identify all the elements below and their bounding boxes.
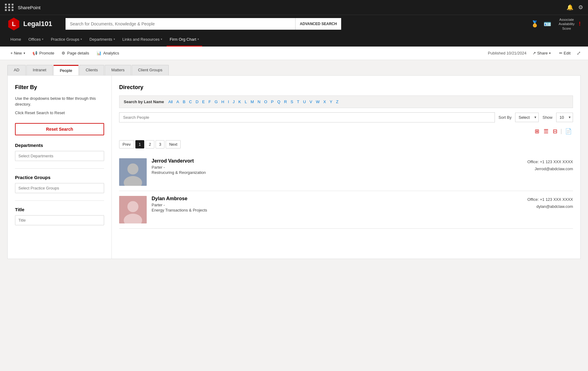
card-icon-button[interactable]: 🪪 <box>544 20 551 28</box>
nav-item-links[interactable]: Links and Resources ▾ <box>119 33 165 47</box>
promote-icon: 📢 <box>32 51 37 55</box>
main-search-input[interactable] <box>66 18 295 30</box>
title-input[interactable] <box>15 215 104 225</box>
alpha-link-g[interactable]: G <box>213 99 219 105</box>
page-2-button[interactable]: 2 <box>145 140 154 148</box>
alpha-link-m[interactable]: M <box>249 99 255 105</box>
advanced-search-button[interactable]: ADVANCED SEARCH <box>295 18 341 30</box>
alpha-link-d[interactable]: D <box>194 99 200 105</box>
page-details-button[interactable]: ⚙ Page details <box>58 49 92 57</box>
alpha-link-b[interactable]: B <box>182 99 187 105</box>
alpha-link-all[interactable]: All <box>167 99 174 105</box>
page-3-button[interactable]: 3 <box>156 140 164 148</box>
people-search-input[interactable] <box>119 112 495 122</box>
reset-search-button[interactable]: Reset Search <box>15 123 104 135</box>
associate-score-label: Associate Availability Score <box>556 17 577 31</box>
alpha-bar-label: Search by Last Name <box>124 99 164 104</box>
sort-by-select[interactable]: Select <box>515 113 539 122</box>
alpha-link-r[interactable]: R <box>283 99 288 105</box>
brand-name: Legal101 <box>23 20 52 28</box>
search-filter-row: Sort By Select Show 10 25 50 <box>119 112 573 122</box>
next-page-button[interactable]: Next <box>166 140 181 148</box>
published-date: Published 10/21/2024 <box>488 51 526 55</box>
analytics-button[interactable]: 📊 Analytics <box>93 49 122 57</box>
page-1-button[interactable]: 1 <box>135 140 144 148</box>
nav-item-practice-groups[interactable]: Practice Groups ▾ <box>48 33 85 47</box>
nav-item-offices[interactable]: Offices ▾ <box>25 33 47 47</box>
nav-item-departments[interactable]: Departments ▾ <box>86 33 118 47</box>
filter-sidebar: Filter By Use the dropdowns below to fil… <box>8 76 112 259</box>
photo-view-button[interactable]: ⊞ <box>533 127 541 136</box>
person-office-0: Office: +1 123 XXX XXXX <box>527 158 573 165</box>
main-content: Filter By Use the dropdowns below to fil… <box>0 75 588 266</box>
chevron-departments-icon: ▾ <box>114 38 115 41</box>
alpha-link-v[interactable]: V <box>308 99 314 105</box>
person-avatar-1 <box>119 196 147 223</box>
view-divider: | <box>560 128 562 134</box>
promote-button[interactable]: 📢 Promote <box>29 49 57 57</box>
divider-1 <box>15 168 104 169</box>
app-dots-grid[interactable] <box>5 4 14 11</box>
new-button[interactable]: + New ▾ <box>7 49 28 57</box>
alpha-link-u[interactable]: U <box>302 99 307 105</box>
show-select[interactable]: 10 25 50 <box>556 113 573 122</box>
alpha-link-a[interactable]: A <box>175 99 180 105</box>
grid-view-button[interactable]: ⊟ <box>552 127 559 136</box>
alpha-link-q[interactable]: Q <box>276 99 281 105</box>
brand-hex-icon: L <box>7 17 20 30</box>
tab-client-groups[interactable]: Client Groups <box>132 65 169 75</box>
expand-button[interactable]: ⤢ <box>577 50 581 56</box>
person-role-0: Parter - <box>152 165 522 170</box>
person-contact-0: Office: +1 123 XXX XXXX Jerrod@abdclaw.c… <box>527 158 573 173</box>
edit-button[interactable]: ✏ Edit <box>557 50 573 57</box>
practice-groups-input[interactable] <box>15 183 104 193</box>
svg-point-1 <box>127 163 138 174</box>
prev-page-button[interactable]: Prev <box>119 140 134 148</box>
nav-item-firm-org-chart[interactable]: Firm Org Chart ▾ <box>167 33 202 47</box>
alpha-link-e[interactable]: E <box>201 99 206 105</box>
brand-right-icons: 🏅 🪪 Associate Availability Score ! <box>531 17 581 31</box>
alpha-link-t[interactable]: T <box>296 99 300 105</box>
departments-input[interactable] <box>15 151 104 161</box>
alpha-link-j[interactable]: J <box>232 99 236 105</box>
list-view-button[interactable]: ☰ <box>542 127 550 136</box>
notification-button[interactable]: 🔔 <box>567 4 573 11</box>
show-select-wrap: 10 25 50 <box>556 113 573 122</box>
tab-clients[interactable]: Clients <box>79 65 104 75</box>
brand-bar: L Legal101 ADVANCED SEARCH 🏅 🪪 Associate… <box>0 15 588 33</box>
tab-intranet[interactable]: Intranet <box>26 65 53 75</box>
alpha-link-o[interactable]: O <box>263 99 269 105</box>
nav-item-home[interactable]: Home <box>7 33 24 47</box>
alpha-link-y[interactable]: Y <box>328 99 334 105</box>
tab-people[interactable]: People <box>53 65 78 75</box>
alpha-link-c[interactable]: C <box>188 99 193 105</box>
alpha-link-w[interactable]: W <box>315 99 321 105</box>
view-icons: ⊞ ☰ ⊟ | 📄 <box>119 127 573 136</box>
alpha-link-n[interactable]: N <box>256 99 262 105</box>
promote-label: Promote <box>39 51 54 55</box>
settings-button[interactable]: ⚙ <box>578 4 583 11</box>
share-button[interactable]: ↗ Share ▾ <box>530 50 553 57</box>
alpha-link-h[interactable]: H <box>220 99 225 105</box>
alpha-link-x[interactable]: X <box>322 99 327 105</box>
edit-icon: ✏ <box>559 51 563 55</box>
person-name-0: Jerrod Vandervort <box>152 158 522 164</box>
alpha-link-p[interactable]: P <box>270 99 275 105</box>
analytics-icon: 📊 <box>96 51 101 55</box>
person-contact-1: Office: +1 123 XXX XXXX dylan@abdclaw.co… <box>527 196 573 210</box>
sort-by-label: Sort By <box>499 115 512 120</box>
alpha-link-z[interactable]: Z <box>335 99 340 105</box>
chevron-firm-icon: ▾ <box>198 38 199 41</box>
tab-matters[interactable]: Matters <box>105 65 131 75</box>
alpha-link-k[interactable]: K <box>237 99 242 105</box>
app-title: SharePoint <box>18 5 563 10</box>
person-dept-1: Energy Transactions & Projects <box>152 208 522 212</box>
export-button[interactable]: 📄 <box>564 127 573 136</box>
medal-icon-button[interactable]: 🏅 <box>531 20 539 28</box>
top-bar: SharePoint 🔔 ⚙ <box>0 0 588 15</box>
alpha-link-s[interactable]: S <box>289 99 295 105</box>
tab-ad[interactable]: AD <box>7 65 26 75</box>
alpha-link-i[interactable]: I <box>227 99 230 105</box>
alpha-link-f[interactable]: F <box>207 99 212 105</box>
alpha-link-l[interactable]: L <box>243 99 248 105</box>
